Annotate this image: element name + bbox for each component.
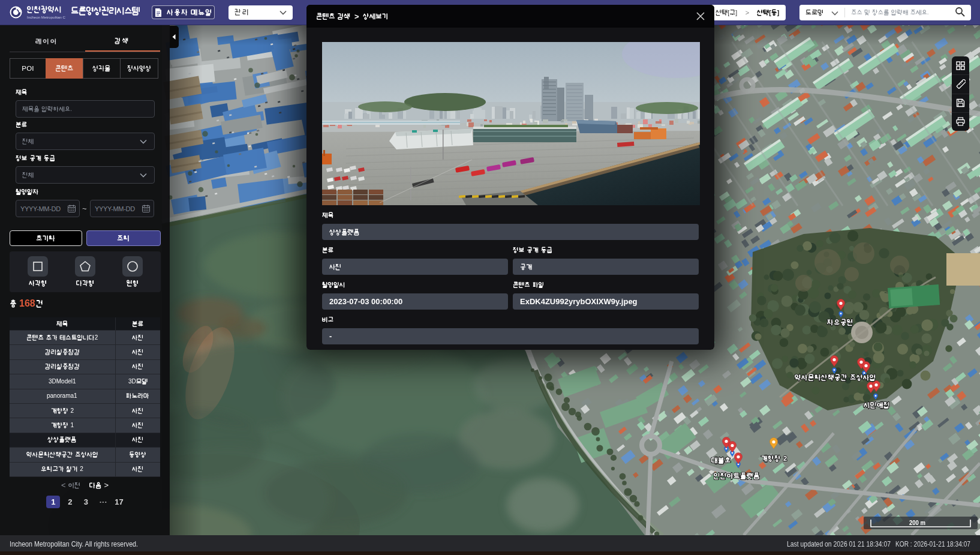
svg-text:panorama1: panorama1 bbox=[47, 393, 77, 400]
svg-text:Incheon Metropolitan City. All: Incheon Metropolitan City. All rights re… bbox=[10, 539, 138, 548]
svg-text:2: 2 bbox=[95, 334, 98, 341]
svg-text:]: ] bbox=[777, 9, 780, 16]
svg-text:3D: 3D bbox=[128, 378, 136, 385]
svg-text:[: [ bbox=[769, 9, 771, 16]
svg-text:KOR : 2026-01-21 18:34:07: KOR : 2026-01-21 18:34:07 bbox=[895, 539, 970, 548]
svg-text:Incheon Metropolitan City: Incheon Metropolitan City bbox=[27, 15, 65, 19]
svg-text:3DModel1: 3DModel1 bbox=[49, 378, 76, 385]
svg-text:]: ] bbox=[735, 9, 737, 16]
svg-text:2: 2 bbox=[70, 407, 74, 414]
svg-text:1: 1 bbox=[70, 422, 74, 428]
svg-text:2: 2 bbox=[80, 466, 83, 473]
svg-text:.: . bbox=[927, 9, 929, 16]
svg-text:200 m: 200 m bbox=[909, 519, 925, 526]
svg-text:[: [ bbox=[728, 9, 729, 16]
svg-text:2: 2 bbox=[783, 455, 787, 462]
svg-text:Last updated on 2026 01 21 18:: Last updated on 2026 01 21 18:34:07 bbox=[787, 539, 891, 548]
svg-text:.: . bbox=[70, 106, 72, 112]
